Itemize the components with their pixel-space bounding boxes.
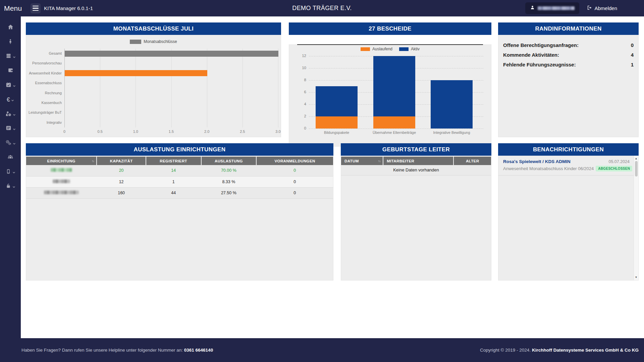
panel-auslastung: AUSLASTUNG EINRICHTUNGEN EINRICHTUNG↑↓ K… <box>26 143 333 280</box>
y-tick-label: 12 <box>298 54 306 58</box>
info-label: Kommende Aktivitäten: <box>503 52 559 58</box>
info-row: Kommende Aktivitäten:4 <box>503 50 634 60</box>
panel-title-benachrichtigungen: BENACHRICHTIGUNGEN <box>498 143 639 156</box>
info-value: 4 <box>631 52 634 58</box>
gears-icon <box>5 139 12 147</box>
logout-label: Abmelden <box>594 5 617 11</box>
panel-bescheide: 27 BESCHEIDE AuslaufendAktiv024681012Bil… <box>289 22 491 147</box>
info-row: Fehlende Führungszeugnisse:1 <box>503 60 634 69</box>
legend-swatch <box>399 47 409 51</box>
cell-einrichtung <box>26 187 97 198</box>
y-tick-label: 8 <box>298 78 306 82</box>
legend-item: Aktiv <box>399 47 420 51</box>
chart-legend: AuslaufendAktiv <box>289 45 491 51</box>
table-row[interactable]: 201470.00 %0 <box>26 165 333 176</box>
mobile-icon <box>5 168 11 176</box>
bar-segment-aktiv <box>431 80 473 128</box>
bar-segment-aktiv <box>316 86 358 116</box>
y-tick-label: 4 <box>298 102 306 106</box>
home-icon <box>7 24 14 32</box>
redacted-facility-name <box>44 191 79 194</box>
cell-einrichtung <box>26 165 97 176</box>
scroll-up-icon[interactable]: ▲ <box>634 157 638 160</box>
panel-randinformationen: RANDINFORMATIONEN Offene Berechtigungsan… <box>498 22 639 137</box>
category-label: Kassenbuch <box>26 98 62 108</box>
info-value: 0 <box>631 42 634 48</box>
table-row[interactable]: 1604427.50 %0 <box>26 187 333 198</box>
sidebar-item-users-group[interactable] <box>0 150 21 165</box>
column-header-alter[interactable]: ALTER <box>453 157 491 165</box>
category-label: Übernahme Elternbeiträge <box>373 131 416 135</box>
redacted-facility-name <box>53 179 70 183</box>
sidebar-item-lock[interactable] <box>0 179 21 194</box>
column-header-registriert[interactable]: REGISTRIERT <box>146 157 201 165</box>
monatsabschluesse-chart: MonatsabschlüsseGesamtPersonalvorschauAn… <box>26 35 281 137</box>
hamburger-icon[interactable] <box>31 3 41 13</box>
cell-value: 0 <box>256 176 333 187</box>
legend-label: Auslaufend <box>372 47 392 51</box>
sidebar-item-form-list[interactable] <box>0 121 21 136</box>
scrollbar-thumb[interactable] <box>635 161 638 176</box>
sidebar-item-user-clock[interactable] <box>0 107 21 121</box>
sidebar: € <box>0 16 21 362</box>
menu-button[interactable]: Menu <box>4 4 22 12</box>
sidebar-item-child[interactable] <box>0 35 21 49</box>
gridline <box>136 49 136 127</box>
bar-anwesenheit-kinder <box>65 70 207 76</box>
sidebar-item-calendar-check[interactable] <box>0 78 21 93</box>
logout-button[interactable]: Abmelden <box>587 5 617 11</box>
geburtstage-table: DATUM↑↓ MITARBEITER ALTER Keine Daten vo… <box>341 157 491 175</box>
y-tick-label: 2 <box>298 114 306 118</box>
cell-value: 0 <box>256 187 333 198</box>
notification-title[interactable]: Rosa's Spielewelt / KDS ADMIN <box>503 159 571 164</box>
user-menu[interactable] <box>525 2 579 14</box>
x-tick-label: 3.0 <box>275 130 280 134</box>
form-list-icon <box>5 125 12 133</box>
cell-value: 12 <box>97 176 146 187</box>
bar-segment-auslaufend <box>373 116 415 128</box>
chevron-down-icon <box>13 54 16 60</box>
column-header-voranmeldungen[interactable]: VORANMELDUNGEN <box>256 157 333 165</box>
legend-swatch <box>130 40 141 44</box>
table-row[interactable]: 1218.33 %0 <box>26 176 333 187</box>
column-header-mitarbeiter[interactable]: MITARBEITER <box>383 157 453 165</box>
panel-monatsabschluesse: MONATSABSCHLÜSSE JULI MonatsabschlüsseGe… <box>26 22 281 137</box>
users-group-icon <box>7 154 14 162</box>
category-label: Integrative Bewilligung <box>433 131 470 135</box>
category-label: Anwesenheit Kinder <box>26 68 62 78</box>
panel-title-randinformationen: RANDINFORMATIONEN <box>498 22 639 35</box>
legend-label: Monatsabschlüsse <box>144 39 177 44</box>
sidebar-item-home[interactable] <box>0 20 21 35</box>
auslastung-table: EINRICHTUNG↑↓ KAPAZITÄT REGISTRIERT AUSL… <box>26 157 333 199</box>
sidebar-item-wallet[interactable] <box>0 64 21 78</box>
sort-arrows-icon[interactable]: ↑↓ <box>92 159 94 163</box>
notification-item[interactable]: Rosa's Spielewelt / KDS ADMIN05.07.2024A… <box>498 156 638 175</box>
y-tick-label: 6 <box>298 90 306 94</box>
sidebar-item-gears[interactable] <box>0 136 21 150</box>
scroll-down-icon[interactable]: ▼ <box>634 276 638 279</box>
sidebar-item-euro[interactable]: € <box>0 93 21 107</box>
user-name-redacted <box>538 6 575 10</box>
info-label: Fehlende Führungszeugnisse: <box>503 62 576 67</box>
column-header-datum[interactable]: DATUM↑↓ <box>341 157 383 165</box>
category-label: Integrativ <box>26 118 62 127</box>
cell-value: 160 <box>97 187 146 198</box>
chevron-down-icon <box>13 83 16 89</box>
cell-value: 1 <box>146 176 201 187</box>
gridline <box>309 128 483 129</box>
x-tick-label: 0.5 <box>98 130 103 134</box>
gridline <box>207 49 207 127</box>
category-label: Rechnung <box>26 88 62 98</box>
gridline <box>243 49 243 127</box>
sidebar-item-stack[interactable] <box>0 49 21 64</box>
gridline <box>278 49 278 127</box>
chevron-down-icon <box>13 112 16 118</box>
column-header-auslastung[interactable]: AUSLASTUNG <box>201 157 257 165</box>
panel-title-bescheide: 27 BESCHEIDE <box>289 22 491 35</box>
scrollbar[interactable]: ▲ ▼ <box>634 156 638 280</box>
sidebar-item-mobile[interactable] <box>0 165 21 179</box>
sort-arrows-icon[interactable]: ↑↓ <box>378 159 380 163</box>
chevron-down-icon <box>11 97 14 103</box>
column-header-einrichtung[interactable]: EINRICHTUNG↑↓ <box>26 157 97 165</box>
column-header-kapazitaet[interactable]: KAPAZITÄT <box>97 157 146 165</box>
